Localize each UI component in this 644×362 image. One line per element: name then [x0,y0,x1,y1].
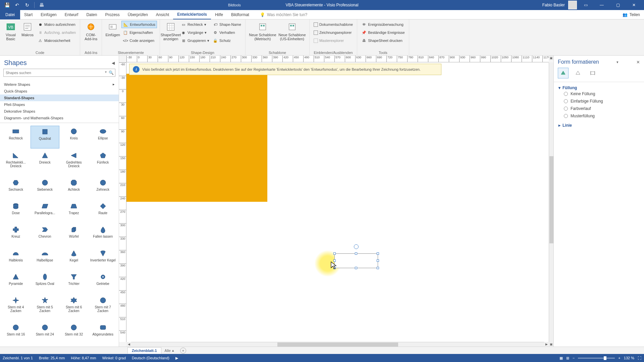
zoom-in-icon[interactable]: + [618,356,620,360]
shape-chev[interactable]: Chevron [31,224,60,246]
shape-s7[interactable]: Stern mit 7 Zacken [89,295,118,320]
tab-help[interactable]: Hilfe [211,10,227,19]
resize-handle-s[interactable] [355,267,357,269]
toggle-master-explorer[interactable]: Masterexplorer [312,37,354,44]
insert-control-button[interactable]: Einfügen [105,21,121,38]
print-shapesheet-button[interactable]: 🖶ShapeSheet drucken [360,37,406,44]
close-icon[interactable]: ✕ [627,0,641,10]
ruler-corner-br[interactable]: ▣ [549,342,553,347]
ribbon-options-icon[interactable]: ▭ [578,0,593,10]
new-stencil-metric-button[interactable]: Neue Schablone (Metrisch) [248,21,277,42]
stencil-item[interactable]: Weitere Shapes▸ [0,81,119,88]
status-language[interactable]: Deutsch (Deutschland) [132,356,169,360]
toggle-drawing-explorer[interactable]: Zeichnungsexplorer [312,29,354,36]
dropdown-icon[interactable]: ▾ [105,70,107,74]
resize-handle-sw[interactable] [333,267,336,269]
shape-cone[interactable]: Kegel [59,248,89,270]
shapes-search[interactable]: ▾ 🔍 [3,69,115,77]
tab-insert[interactable]: Einfügen [37,10,60,19]
fill-gradient-option[interactable]: Farbverlauf [558,105,639,112]
undo-icon[interactable]: ↶ [13,1,21,9]
shape-fun[interactable]: Trichter [59,271,89,293]
fit-page-icon[interactable]: ⛶ [638,356,641,360]
shape-cube[interactable]: Würfel [59,224,89,246]
shape-dec[interactable]: Zehneck [89,177,118,199]
resize-handle-ne[interactable] [377,252,379,255]
shape-s5[interactable]: Stern mit 5 Zacken [31,295,60,320]
shape-para[interactable]: Parallelogra... [31,200,60,223]
shape-dia[interactable]: Raute [89,200,118,223]
effects-tab[interactable] [573,68,583,78]
tab-picture-format[interactable]: Bildformat [227,10,253,19]
design-mode-button[interactable]: 📐Entwurfsmodus [121,21,157,28]
shape-rtri[interactable]: Rechtwinkli... Dreieck [1,150,31,176]
redo-icon[interactable]: ↻ [23,1,32,9]
shape-drop[interactable]: Fallen lassen [89,224,118,246]
shape-icone[interactable]: Invertierter Kegel [89,248,118,270]
search-input[interactable] [3,69,115,77]
resize-handle-se[interactable] [377,267,379,269]
operations-button[interactable]: ◉Vorgänge ▾ [179,29,211,36]
shape-semie[interactable]: Halbellipse [31,248,60,270]
shape-circ[interactable]: Kreis [59,126,89,148]
new-stencil-us-button[interactable]: Neue Schablone (US-Einheiten) [278,21,307,42]
add-sheet-button[interactable]: + [180,348,186,354]
macro-security-button[interactable]: ⚠Makrosicherheit [36,37,77,44]
view-code-button[interactable]: </>Code anzeigen [121,37,157,44]
shape-s24[interactable]: Stern mit 24 [31,322,60,344]
shape-gear[interactable]: Getriebe [89,271,118,293]
tab-process[interactable]: Prozess [101,10,123,19]
stencil-item[interactable]: Diagramm- und Mathematik-Shapes [0,115,119,121]
shape-ltri[interactable]: Gedrehtes Dreieck [59,150,89,176]
visual-basic-button[interactable]: VB Visual Basic [3,21,19,42]
ruler-corner-tr[interactable]: ▣ [549,56,553,60]
presentation-mode-icon[interactable]: ▦ [559,356,563,360]
behavior-button[interactable]: ⚙Verhalten [211,29,243,36]
shape-hept[interactable]: Siebeneck [31,177,60,199]
shape-ell[interactable]: Ellipse [89,126,118,148]
tell-me-search[interactable]: 💡 Was möchten Sie tun? [260,12,307,17]
shape-semi[interactable]: Halbkreis [1,248,31,270]
rectangle-tool-button[interactable]: ▭Rechteck ▾ [179,21,211,28]
resize-handle-e[interactable] [377,259,379,262]
shape-rr[interactable]: Abgerundetes [89,322,118,344]
properties-button[interactable]: 📋Eigenschaften [121,29,157,36]
drawing-canvas[interactable]: i Visio befindet sich jetzt im Entwurfsm… [126,62,549,342]
stencil-item[interactable]: Standard-Shapes [0,95,119,101]
shape-cross[interactable]: Kreuz [1,224,31,246]
shape-name-button[interactable]: 🏷Shape-Name [211,21,243,28]
pause-recording-button[interactable]: ⏸Aufzchng. anhalten [36,29,77,36]
shape-cyl[interactable]: Dose [1,200,31,223]
protection-button[interactable]: 🔒Schutz [211,37,243,44]
zoom-slider[interactable] [578,358,615,359]
line-section-header[interactable]: ▸ Linie [558,123,639,128]
togg
-doc-stencil[interactable]: Dokumentschablone [312,21,354,28]
rotation-handle[interactable] [354,244,359,249]
stencil-item[interactable]: Pfeil-Shapes [0,101,119,108]
horizontal-scrollbar[interactable]: ◀ ▶ [126,342,549,347]
shape-oct[interactable]: Achteck [59,177,89,199]
tab-design[interactable]: Entwurf [61,10,83,19]
selected-control-shape[interactable] [334,253,378,268]
macro-recording-icon[interactable]: ▶ [175,356,178,360]
collapse-panel-icon[interactable]: ◀ [112,61,115,65]
shape-s6[interactable]: Stern mit 6 Zacken [59,295,89,320]
save-icon[interactable]: 💾 [3,1,11,9]
shape-sq[interactable]: Quadrat [31,126,60,148]
stencil-item[interactable]: Quick-Shapes [0,88,119,95]
minimize-icon[interactable]: — [594,0,609,10]
maximize-icon[interactable]: ▢ [610,0,625,10]
resize-handle-w[interactable] [333,259,336,262]
yellow-rectangle-shape[interactable] [126,74,267,202]
scroll-left-icon[interactable]: ◀ [126,342,131,347]
shape-s16[interactable]: Stern mit 16 [1,322,31,344]
stencil-item[interactable]: Dekorative Shapes [0,108,119,115]
tab-data[interactable]: Daten [82,10,101,19]
shape-s32[interactable]: Stern mit 32 [59,322,89,344]
shape-poval[interactable]: Spitzes Oval [31,271,60,293]
shape-pent[interactable]: Fünfeck [89,150,118,176]
resize-handle-nw[interactable] [333,252,336,255]
com-addins-button[interactable]: COM-Add-Ins [83,21,99,42]
sheet-tab-1[interactable]: Zeichenblatt-1 [127,347,161,354]
tab-start[interactable]: Start [20,10,37,19]
